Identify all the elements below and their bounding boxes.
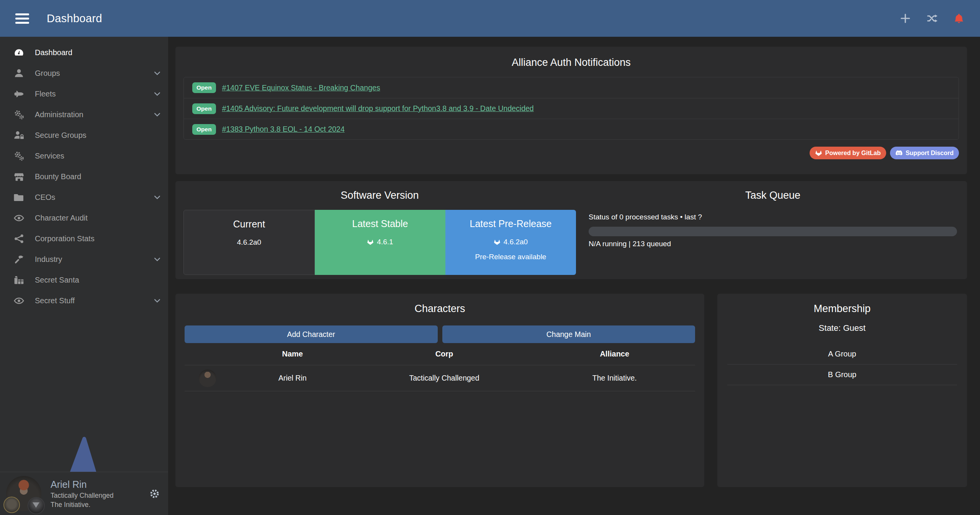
version-number: 4.6.2a0: [237, 238, 261, 247]
notification-link[interactable]: #1383 Python 3.8 EOL - 14 Oct 2024: [222, 125, 345, 134]
plus-icon[interactable]: [900, 13, 911, 24]
task-queue-status: Status of 0 processed tasks • last ?: [589, 213, 957, 221]
sidebar-menu: Dashboard Groups Fleets Administration S…: [0, 37, 168, 311]
chevron-down-icon: [153, 255, 161, 263]
sidebar-item-services[interactable]: Services: [0, 146, 168, 166]
notifications-panel: Alliance Auth Notifications Open #1407 E…: [175, 47, 967, 174]
navbar-actions: [900, 13, 965, 24]
task-queue-counts: N/A running | 213 queued: [589, 240, 957, 248]
sidebar-item-label: Dashboard: [35, 48, 72, 57]
version-box-latest-stable: Latest Stable 4.6.1: [315, 210, 445, 275]
character-actions: Add Character Change Main: [185, 325, 695, 343]
gitlab-icon: [494, 239, 501, 245]
notification-bell-icon[interactable]: [953, 13, 965, 24]
notification-item: Open #1407 EVE Equinox Status - Breaking…: [184, 77, 959, 98]
user-footer: Ariel Rin Tactically Challenged The Init…: [0, 472, 168, 515]
add-character-button[interactable]: Add Character: [185, 325, 438, 343]
sidebar-item-corporation-stats[interactable]: Corporation Stats: [0, 228, 168, 249]
membership-panel: Membership State: Guest A Group B Group: [717, 294, 967, 487]
change-main-button[interactable]: Change Main: [442, 325, 695, 343]
task-queue-progress-bar: [589, 227, 957, 236]
support-discord-badge[interactable]: Support Discord: [890, 147, 959, 159]
bottom-row: Characters Add Character Change Main Nam…: [175, 294, 967, 487]
main-content: Alliance Auth Notifications Open #1407 E…: [168, 37, 980, 515]
badge-label: Support Discord: [906, 150, 954, 157]
chevron-down-icon: [153, 297, 161, 305]
software-version-title: Software Version: [183, 190, 576, 201]
user-icon: [14, 68, 24, 78]
notification-link[interactable]: #1405 Advisory: Future development will …: [222, 104, 534, 113]
group-list-item: A Group: [727, 344, 957, 365]
version-value: 4.6.2a0: [184, 238, 314, 247]
admin-status-panel: Software Version Current 4.6.2a0 Latest …: [175, 181, 967, 279]
sidebar-item-fleets[interactable]: Fleets: [0, 83, 168, 104]
status-badge: Open: [192, 82, 216, 93]
status-badge: Open: [192, 124, 216, 135]
sidebar-item-label: Corporation Stats: [35, 234, 95, 243]
sidebar-item-label: Bounty Board: [35, 172, 81, 181]
user-corp: Tactically Challenged: [51, 491, 113, 500]
gauge-icon: [14, 47, 24, 58]
gears-icon: [14, 151, 24, 161]
software-version-section: Software Version Current 4.6.2a0 Latest …: [175, 190, 576, 271]
version-number: 4.6.2a0: [504, 238, 528, 246]
version-number: 4.6.1: [377, 238, 393, 246]
membership-title: Membership: [727, 303, 957, 315]
shop-icon: [14, 172, 24, 182]
sidebar-item-character-audit[interactable]: Character Audit: [0, 208, 168, 228]
character-name-cell: Ariel Rin: [231, 374, 354, 383]
eye-icon: [14, 213, 24, 223]
sidebar-item-administration[interactable]: Administration: [0, 104, 168, 125]
user-settings-gear-icon[interactable]: [149, 489, 160, 499]
task-queue-section: Task Queue Status of 0 processed tasks •…: [589, 190, 967, 271]
notification-link[interactable]: #1407 EVE Equinox Status - Breaking Chan…: [222, 83, 380, 92]
page-title: Dashboard: [47, 12, 102, 25]
sidebar-item-ceos[interactable]: CEOs: [0, 187, 168, 208]
sidebar-item-secure-groups[interactable]: Secure Groups: [0, 125, 168, 146]
notification-item: Open #1405 Advisory: Future development …: [184, 98, 959, 119]
discord-icon: [895, 149, 903, 157]
badge-label: Powered by GitLab: [825, 150, 881, 157]
sidebar-item-label: Secret Stuff: [35, 296, 75, 305]
sidebar-item-dashboard[interactable]: Dashboard: [0, 42, 168, 63]
version-box-latest-prerelease: Latest Pre-Release 4.6.2a0 Pre-Release a…: [445, 210, 576, 275]
characters-panel: Characters Add Character Change Main Nam…: [175, 294, 704, 487]
column-header-alliance: Alliance: [534, 350, 695, 358]
sidebar-item-label: Secure Groups: [35, 131, 87, 140]
version-value: 4.6.2a0: [445, 238, 576, 246]
chevron-down-icon: [153, 90, 161, 98]
version-label: Latest Stable: [315, 218, 445, 229]
sidebar-toggle-hamburger-icon[interactable]: [15, 13, 29, 24]
chevron-down-icon: [153, 111, 161, 119]
gears-icon: [14, 110, 24, 120]
membership-groups-list: A Group B Group: [727, 344, 957, 385]
powered-by-gitlab-badge[interactable]: Powered by GitLab: [810, 147, 886, 159]
top-navbar: Dashboard: [0, 0, 980, 37]
character-alliance-cell: The Initiative.: [534, 374, 695, 383]
characters-table: Name Corp Alliance Ariel Rin Tactically …: [185, 343, 695, 391]
user-name: Ariel Rin: [51, 478, 113, 491]
sidebar-item-secret-stuff[interactable]: Secret Stuff: [0, 290, 168, 311]
eye-icon: [14, 296, 24, 306]
sidebar-item-bounty-board[interactable]: Bounty Board: [0, 166, 168, 187]
share-nodes-icon: [14, 234, 24, 244]
prerelease-note: Pre-Release available: [445, 253, 576, 261]
sidebar-item-label: CEOs: [35, 193, 55, 202]
version-box-current: Current 4.6.2a0: [183, 210, 315, 275]
group-list-item: B Group: [727, 365, 957, 385]
chevron-down-icon: [153, 193, 161, 201]
shuffle-icon[interactable]: [926, 13, 938, 24]
version-label: Current: [184, 219, 314, 230]
notifications-list: Open #1407 EVE Equinox Status - Breaking…: [183, 77, 959, 140]
sidebar-item-label: Fleets: [35, 90, 56, 98]
user-avatar: [6, 476, 41, 511]
sidebar-item-groups[interactable]: Groups: [0, 63, 168, 83]
sidebar-item-secret-santa[interactable]: Secret Santa: [0, 270, 168, 290]
version-label: Latest Pre-Release: [445, 218, 576, 229]
sidebar-item-label: Character Audit: [35, 214, 88, 222]
gifts-icon: [14, 275, 24, 285]
notification-item: Open #1383 Python 3.8 EOL - 14 Oct 2024: [184, 119, 959, 139]
spaceship-icon: [14, 89, 24, 99]
task-queue-title: Task Queue: [589, 190, 957, 201]
sidebar-item-industry[interactable]: Industry: [0, 249, 168, 270]
